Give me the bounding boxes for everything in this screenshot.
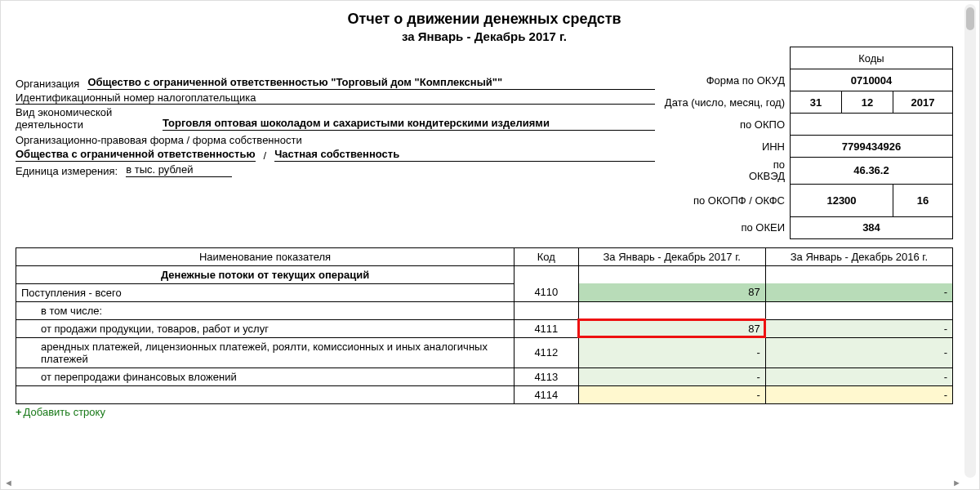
report-period: за Январь - Декабрь 2017 г. [16,29,953,43]
inn-label: Идентификационный номер налогоплательщик… [16,91,655,105]
row-val-p2[interactable]: - [765,283,952,301]
row-code [514,301,579,319]
table-row: 4114-- [16,385,953,403]
row-val-p1[interactable]: 87 [578,319,765,337]
okei-value: 384 [791,216,953,238]
scroll-left-icon[interactable]: ◄ [4,478,13,488]
plus-icon: + [16,406,22,418]
th-period2: За Январь - Декабрь 2016 г. [765,247,952,265]
okpo-value [791,114,953,136]
data-table: Наименование показателя Код За Январь - … [16,247,953,404]
add-row-label: Добавить строку [24,406,105,418]
horizontal-scrollbar[interactable]: ◄ ► [4,479,961,488]
row-name: от продажи продукции, товаров, работ и у… [16,319,514,337]
activity-value: Торговля оптовая шоколадом и сахаристыми… [163,117,655,131]
date-year: 2017 [893,91,953,114]
okei-label: по ОКЕИ [660,216,791,238]
okopf-value: 12300 [791,184,893,216]
row-val-p1[interactable]: - [578,337,765,368]
table-row: арендных платежей, лицензионных платежей… [16,337,953,368]
legal-form-sep: / [264,149,267,162]
okved-value: 46.36.2 [791,158,953,185]
codes-table: Коды Форма по ОКУД 0710004 Дата (число, … [660,47,953,239]
row-code: 4113 [514,368,579,385]
row-name: от перепродажи финансовых вложений [16,368,514,385]
okopf-label: по ОКОПФ / ОКФС [660,184,791,216]
report-scroll-area[interactable]: Отчет о движении денежных средств за Янв… [4,4,961,478]
legal-form-value1: Общества с ограниченной ответственностью [16,148,256,162]
okud-value: 0710004 [791,69,953,91]
unit-label: Единица измерения: [16,165,118,177]
row-code: 4112 [514,337,579,368]
table-row: от продажи продукции, товаров, работ и у… [16,319,953,337]
row-val-p2[interactable]: - [765,368,952,385]
table-row: в том числе: [16,301,953,319]
row-val-p1[interactable]: - [578,385,765,403]
section-header: Денежные потоки от текущих операций [16,265,514,283]
org-value: Общество с ограниченной ответственностью… [87,76,654,90]
activity-label: Вид экономической деятельности [16,106,154,131]
row-code: 4111 [514,319,579,337]
row-code: 4110 [514,283,579,301]
inn-field: Идентификационный номер налогоплательщик… [16,91,655,105]
okud-label: Форма по ОКУД [660,69,791,91]
row-val-p1[interactable] [578,301,765,319]
report-title: Отчет о движении денежных средств [16,11,953,28]
th-period1: За Январь - Декабрь 2017 г. [578,247,765,265]
row-val-p2[interactable]: - [765,385,952,403]
legal-form-field: Общества с ограниченной ответственностью… [16,148,655,162]
inn-code-label: ИНН [660,136,791,158]
row-val-p2[interactable]: - [765,319,952,337]
scroll-right-icon[interactable]: ► [952,478,961,488]
date-month: 12 [842,91,893,114]
row-code: 4114 [514,385,579,403]
vertical-scrollbar[interactable] [964,4,976,478]
add-row-button[interactable]: +Добавить строку [16,406,953,418]
th-name: Наименование показателя [16,247,514,265]
row-val-p1[interactable]: - [578,368,765,385]
row-name: в том числе: [16,301,514,319]
date-day: 31 [791,91,842,114]
row-name: арендных платежей, лицензионных платежей… [16,337,514,368]
org-field: Организация Общество с ограниченной отве… [16,76,655,90]
scroll-thumb[interactable] [966,7,974,30]
legal-form-value2: Частная собственность [274,148,655,162]
row-val-p1[interactable]: 87 [578,283,765,301]
header-fields: Организация Общество с ограниченной отве… [16,47,655,177]
unit-field: Единица измерения: в тыс. рублей [16,163,655,177]
table-row: Поступления - всего411087- [16,283,953,301]
date-label: Дата (число, месяц, год) [660,91,791,114]
codes-header: Коды [791,47,953,69]
legal-form-label-row: Организационно-правовая форма / форма со… [16,134,655,146]
row-val-p2[interactable] [765,301,952,319]
table-row: от перепродажи финансовых вложений4113-- [16,368,953,385]
okpo-label: по ОКПО [660,114,791,136]
row-val-p2[interactable]: - [765,337,952,368]
inn-code-value: 7799434926 [791,136,953,158]
row-name [16,385,514,403]
okfs-value: 16 [893,184,953,216]
row-name: Поступления - всего [16,283,514,301]
unit-value: в тыс. рублей [126,163,232,177]
org-label: Организация [16,78,79,90]
activity-field: Вид экономической деятельности Торговля … [16,106,655,131]
legal-form-label: Организационно-правовая форма / форма со… [16,134,302,146]
th-code: Код [514,247,579,265]
